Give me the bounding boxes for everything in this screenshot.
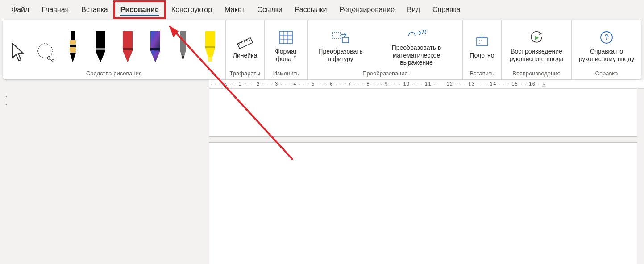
group-label-replay: Воспроизведение xyxy=(505,69,568,78)
document-area[interactable] xyxy=(12,89,644,264)
tab-design[interactable]: Конструктор xyxy=(165,1,218,18)
format-background-label: Формат фона ˅ xyxy=(271,48,301,63)
replay-icon xyxy=(528,28,545,47)
group-label-stencils: Трафареты xyxy=(229,69,261,78)
group-label-insert: Вставить xyxy=(466,69,498,78)
format-background-button[interactable]: Формат фона ˅ xyxy=(268,27,304,64)
pen-galaxy[interactable] xyxy=(144,28,167,63)
group-label-tools: Средства рисования xyxy=(6,69,222,78)
tab-file[interactable]: Файл xyxy=(5,1,35,18)
tab-draw[interactable]: Рисование xyxy=(114,1,165,18)
ink-to-shape-button[interactable]: Преобразоватьв фигуру xyxy=(312,27,370,64)
svg-rect-26 xyxy=(332,32,341,38)
group-label-convert: Преобразование xyxy=(312,69,459,78)
group-label-edit: Изменить xyxy=(268,69,304,78)
document-workspace: ----- xyxy=(0,89,644,264)
svg-text:+: + xyxy=(480,33,484,39)
ink-replay-button[interactable]: Воспроизведениерукописного ввода xyxy=(505,27,568,64)
group-convert: Преобразоватьв фигуру π Преобразовать вм… xyxy=(308,20,463,79)
ribbon: Средства рисования xyxy=(3,20,641,80)
ruler-icon xyxy=(236,32,254,51)
page[interactable] xyxy=(209,142,637,264)
svg-rect-21 xyxy=(280,31,292,44)
page-previous-bottom[interactable] xyxy=(209,89,637,137)
svg-text:?: ? xyxy=(604,33,609,42)
ink-to-shape-icon xyxy=(331,28,350,47)
ink-to-math-label: Преобразовать вматематическое выражение xyxy=(377,44,456,66)
pen-black[interactable] xyxy=(61,28,84,63)
canvas-icon: + xyxy=(473,32,491,51)
group-edit: Формат фона ˅ Изменить xyxy=(265,20,308,79)
ruler-button[interactable]: Линейка xyxy=(229,31,261,60)
tab-mailings[interactable]: Рассылки xyxy=(289,1,333,18)
svg-rect-8 xyxy=(123,48,133,50)
lasso-tool[interactable] xyxy=(34,28,57,63)
svg-rect-15 xyxy=(237,37,253,48)
svg-point-1 xyxy=(47,57,50,59)
chevron-down-icon: ˅ xyxy=(293,55,296,62)
ink-to-shape-label: Преобразоватьв фигуру xyxy=(318,48,362,63)
svg-rect-5 xyxy=(96,31,105,51)
pencil-gray[interactable] xyxy=(171,28,195,63)
pen-red[interactable] xyxy=(116,28,140,63)
svg-text:π: π xyxy=(422,28,427,35)
group-insert: + Полотно Вставить xyxy=(463,20,502,79)
svg-point-0 xyxy=(38,44,52,58)
canvas-button[interactable]: + Полотно xyxy=(466,31,498,60)
svg-rect-7 xyxy=(123,31,133,51)
ruler-label: Линейка xyxy=(233,52,258,59)
pen-black-thick[interactable] xyxy=(89,28,112,63)
svg-rect-13 xyxy=(208,57,212,62)
ribbon-tabs: Файл Главная Вставка Рисование Конструкт… xyxy=(0,0,644,20)
ink-help-label: Справка порукописному вводу xyxy=(579,48,635,63)
horizontal-ruler[interactable]: · · · △ · · 1 · · · 2 · · · 3 · · · 4 · … xyxy=(209,80,644,89)
svg-line-19 xyxy=(246,40,247,42)
svg-rect-9 xyxy=(150,31,160,51)
ink-to-math-icon: π xyxy=(406,25,427,43)
tab-layout[interactable]: Макет xyxy=(218,1,251,18)
highlighter-yellow[interactable] xyxy=(199,28,222,63)
group-help: ? Справка порукописному вводу Справка xyxy=(572,20,641,79)
svg-line-20 xyxy=(249,38,249,41)
svg-rect-14 xyxy=(205,46,215,48)
group-drawing-tools: Средства рисования xyxy=(3,20,226,79)
tab-help[interactable]: Справка xyxy=(426,1,467,18)
ink-help-button[interactable]: ? Справка порукописному вводу xyxy=(575,27,638,64)
tab-view[interactable]: Вид xyxy=(401,1,426,18)
ink-replay-label: Воспроизведениерукописного ввода xyxy=(509,48,563,63)
svg-line-17 xyxy=(241,42,242,44)
group-stencils: Линейка Трафареты xyxy=(226,20,265,79)
ink-to-math-button[interactable]: π Преобразовать вматематическое выражени… xyxy=(374,24,459,67)
svg-rect-6 xyxy=(96,48,105,50)
help-icon: ? xyxy=(598,28,615,47)
svg-line-18 xyxy=(244,41,245,43)
tab-references[interactable]: Ссылки xyxy=(251,1,288,18)
svg-rect-4 xyxy=(70,45,76,47)
tab-insert[interactable]: Вставка xyxy=(75,1,114,18)
grid-icon xyxy=(278,28,294,47)
select-tool[interactable] xyxy=(6,28,29,63)
svg-rect-27 xyxy=(342,37,349,43)
tab-review[interactable]: Рецензирование xyxy=(333,1,401,18)
svg-line-16 xyxy=(239,43,240,45)
group-label-help: Справка xyxy=(575,69,638,78)
svg-rect-12 xyxy=(205,31,215,48)
canvas-label: Полотно xyxy=(469,52,494,59)
outline-gutter: ----- xyxy=(0,89,12,264)
tab-home[interactable]: Главная xyxy=(35,1,75,18)
svg-rect-10 xyxy=(150,48,160,50)
svg-rect-11 xyxy=(180,31,186,50)
group-replay: Воспроизведениерукописного ввода Воспрои… xyxy=(502,20,572,79)
